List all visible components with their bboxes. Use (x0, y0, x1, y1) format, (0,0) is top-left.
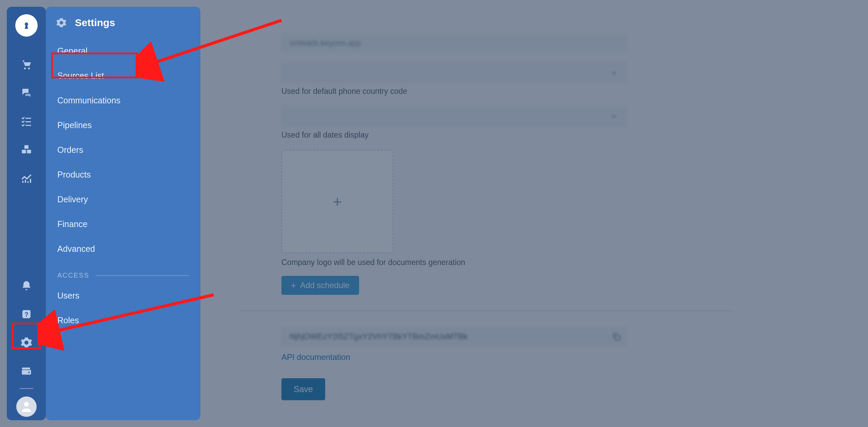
settings-item-general[interactable]: General (46, 39, 200, 63)
api-key-field[interactable]: NjhjOWEzY2I5ZTgxY2VhYTBkYTBmZmUxMTBk (281, 327, 627, 346)
country-select-value (290, 68, 292, 78)
chat-icon (20, 87, 33, 99)
nav-notifications[interactable] (20, 279, 33, 292)
svg-rect-4 (24, 145, 28, 149)
settings-item-communications[interactable]: Communications (46, 88, 200, 113)
plus-icon: + (291, 281, 296, 290)
nav-billing[interactable] (20, 364, 33, 378)
settings-item-roles[interactable]: Roles (46, 308, 200, 333)
save-button[interactable]: Save (281, 378, 325, 400)
domain-field-group: smleads.keycrm.app (281, 34, 627, 52)
svg-rect-6 (27, 150, 31, 154)
gear-icon (20, 337, 33, 349)
add-schedule-button[interactable]: + Add schedule (281, 276, 359, 295)
svg-point-2 (24, 67, 25, 69)
settings-panel-title: Settings (75, 17, 115, 28)
country-select[interactable] (281, 62, 627, 83)
nav-tasks[interactable] (20, 115, 33, 128)
settings-section-access-label: ACCESS (57, 271, 89, 279)
nav-orders[interactable] (20, 58, 33, 71)
settings-item-finance[interactable]: Finance (46, 212, 200, 237)
help-icon: ? (20, 308, 33, 320)
svg-point-13 (24, 402, 29, 407)
domain-input-value: smleads.keycrm.app (290, 39, 361, 48)
settings-item-sources-list[interactable]: Sources List (46, 63, 200, 88)
nav-analytics[interactable] (20, 171, 33, 185)
plus-icon: + (333, 194, 342, 209)
app-logo[interactable] (15, 14, 38, 37)
svg-rect-0 (615, 336, 620, 340)
nav-products[interactable] (20, 143, 33, 157)
svg-point-1 (25, 22, 28, 26)
dateformat-field-group: Used for all dates display (281, 106, 627, 140)
dateformat-helper-text: Used for all dates display (281, 130, 627, 140)
keyhole-icon (21, 20, 32, 30)
country-field-group: Used for default phone country code (281, 62, 627, 96)
wallet-icon (20, 365, 33, 377)
settings-item-orders[interactable]: Orders (46, 138, 200, 162)
nav-rail: ? (7, 7, 46, 420)
add-schedule-label: Add schedule (300, 281, 349, 290)
user-icon (19, 400, 34, 414)
cart-icon (20, 58, 33, 70)
settings-item-advanced[interactable]: Advanced (46, 237, 200, 261)
section-divider-line (96, 275, 189, 276)
settings-section-access: ACCESS (46, 261, 200, 283)
settings-panel-header: Settings (46, 15, 200, 39)
settings-panel: Settings General Sources List Communicat… (46, 7, 200, 420)
logo-helper-text: Company logo will be used for documents … (281, 258, 627, 267)
settings-item-pipelines[interactable]: Pipelines (46, 113, 200, 138)
api-documentation-link[interactable]: API documentation (281, 352, 350, 362)
copy-icon[interactable] (612, 332, 620, 341)
nav-help[interactable]: ? (20, 307, 33, 321)
boxes-icon (20, 144, 33, 156)
bell-icon (20, 280, 33, 292)
rail-divider (20, 388, 33, 389)
settings-item-products[interactable]: Products (46, 162, 200, 187)
api-key-value: NjhjOWEzY2I5ZTgxY2VhYTBkYTBmZmUxMTBk (290, 332, 468, 341)
settings-item-users[interactable]: Users (46, 283, 200, 308)
settings-item-delivery[interactable]: Delivery (46, 187, 200, 212)
section-divider (241, 310, 732, 311)
svg-point-3 (28, 67, 29, 69)
chevron-down-icon (610, 69, 618, 77)
svg-text:?: ? (24, 311, 28, 318)
domain-input[interactable]: smleads.keycrm.app (281, 34, 627, 52)
nav-chats[interactable] (20, 86, 33, 100)
dateformat-select-value (290, 112, 292, 122)
checklist-icon (20, 115, 33, 127)
user-avatar[interactable] (16, 396, 37, 417)
analytics-icon (20, 172, 33, 184)
chevron-down-icon (610, 113, 618, 120)
nav-settings[interactable] (20, 336, 33, 349)
logo-upload[interactable]: + (281, 150, 393, 253)
gear-icon (56, 17, 67, 28)
country-helper-text: Used for default phone country code (281, 87, 627, 96)
svg-rect-5 (22, 150, 26, 154)
dateformat-select[interactable] (281, 106, 627, 127)
